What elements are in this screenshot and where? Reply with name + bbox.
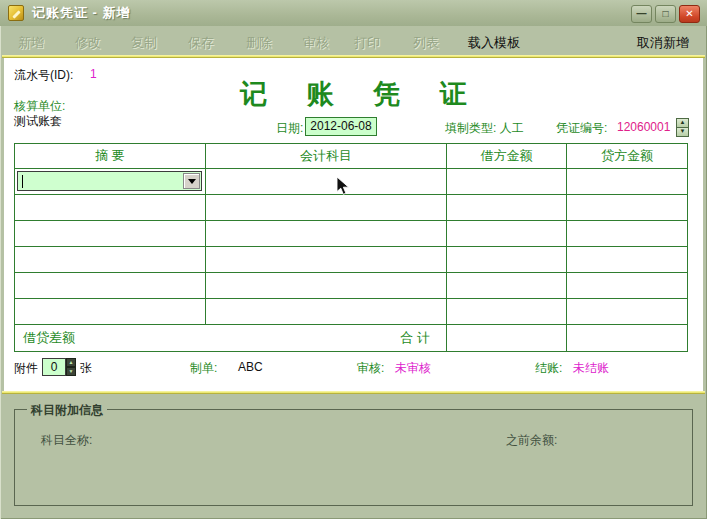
summary-cell[interactable]	[15, 169, 206, 195]
accounting-unit-value: 测试账套	[14, 113, 62, 130]
toolbar-button-edit: 修改	[75, 34, 101, 52]
credit-cell[interactable]	[567, 169, 687, 195]
column-header-account: 会计科目	[206, 144, 447, 169]
stepper-down-icon[interactable]: ▼	[66, 367, 76, 376]
debit-cell[interactable]	[447, 221, 567, 247]
window-title: 记账凭证 - 新增	[32, 4, 131, 22]
close-button[interactable]: ✕	[679, 5, 700, 23]
close-icon: ✕	[685, 8, 693, 19]
debit-total-cell	[447, 325, 567, 351]
form-title: 记 账 凭 证	[4, 76, 703, 112]
toolbar-button-load-template[interactable]: 载入模板	[468, 34, 520, 52]
difference-label: 借贷差额	[23, 329, 75, 347]
credit-cell[interactable]	[567, 299, 687, 325]
credit-cell[interactable]	[567, 273, 687, 299]
subject-full-name-label: 科目全称:	[41, 432, 92, 449]
toolbar-button-copy: 复制	[131, 34, 157, 52]
audit-label: 审核:	[357, 360, 384, 377]
maximize-icon: □	[662, 8, 668, 19]
attachment-count-field[interactable]: 0	[42, 358, 66, 376]
debit-cell[interactable]	[447, 273, 567, 299]
audit-value: 未审核	[395, 360, 431, 377]
fill-type: 填制类型: 人工	[445, 120, 524, 137]
credit-total-cell	[567, 325, 687, 351]
settle-label: 结账:	[535, 360, 562, 377]
attachment-stepper[interactable]: ▲ ▼	[66, 358, 76, 376]
stepper-up-icon[interactable]: ▲	[66, 358, 76, 367]
toolbar-button-print: 打印	[354, 34, 380, 52]
debit-cell[interactable]	[447, 247, 567, 273]
total-label: 合 计	[400, 329, 430, 347]
voucher-window: 记账凭证 - 新增 — □ ✕ 新增 修改 复制 保存 删除 审核 打印 列表 …	[0, 0, 707, 519]
voucher-no-label: 凭证编号:	[556, 120, 607, 137]
credit-cell[interactable]	[567, 247, 687, 273]
account-cell[interactable]	[206, 299, 447, 325]
credit-cell[interactable]	[567, 195, 687, 221]
toolbar-button-save: 保存	[188, 34, 214, 52]
title-bar[interactable]: 记账凭证 - 新增 — □ ✕	[0, 0, 707, 26]
toolbar: 新增 修改 复制 保存 删除 审核 打印 列表 载入模板 取消新增	[0, 26, 707, 56]
combobox-dropdown-button[interactable]	[183, 173, 200, 189]
summary-cell[interactable]	[15, 299, 206, 325]
summary-cell[interactable]	[15, 195, 206, 221]
minimize-button[interactable]: —	[631, 5, 652, 23]
app-icon	[8, 5, 24, 21]
group-title: 科目附加信息	[27, 402, 107, 419]
bottom-separator	[2, 391, 705, 394]
toolbar-button-list: 列表	[413, 34, 439, 52]
summary-combobox[interactable]	[17, 171, 202, 191]
attachment-unit: 张	[80, 360, 92, 377]
stepper-down-icon[interactable]: ▼	[676, 128, 689, 137]
maximize-button[interactable]: □	[655, 5, 676, 23]
maker-label: 制单:	[190, 360, 217, 377]
column-header-summary: 摘 要	[15, 144, 206, 169]
account-cell[interactable]	[206, 195, 447, 221]
table-footer: 借贷差额 合 计	[15, 325, 447, 351]
voucher-no-value: 12060001	[617, 120, 670, 134]
mouse-cursor	[336, 176, 350, 197]
attachment-label: 附件	[14, 360, 38, 377]
voucher-form: 流水号(ID): 1 核算单位: 测试账套 记 账 凭 证 日期: 2012-0…	[4, 58, 703, 391]
account-cell[interactable]	[206, 169, 447, 195]
summary-cell[interactable]	[15, 247, 206, 273]
date-field[interactable]: 2012-06-08	[305, 117, 377, 136]
toolbar-button-new: 新增	[18, 34, 44, 52]
account-cell[interactable]	[206, 273, 447, 299]
toolbar-button-audit: 审核	[303, 34, 329, 52]
credit-cell[interactable]	[567, 221, 687, 247]
voucher-no-stepper[interactable]: ▲ ▼	[676, 118, 689, 137]
summary-cell[interactable]	[15, 273, 206, 299]
settle-value: 未结账	[573, 360, 609, 377]
maker-value: ABC	[238, 360, 263, 374]
toolbar-button-cancel-new[interactable]: 取消新增	[637, 34, 689, 52]
stepper-up-icon[interactable]: ▲	[676, 118, 689, 128]
debit-cell[interactable]	[447, 195, 567, 221]
summary-cell[interactable]	[15, 221, 206, 247]
account-cell[interactable]	[206, 221, 447, 247]
column-header-credit: 贷方金额	[567, 144, 687, 169]
voucher-table: 摘 要 会计科目 借方金额 贷方金额	[14, 143, 688, 352]
toolbar-button-delete: 删除	[246, 34, 272, 52]
debit-cell[interactable]	[447, 299, 567, 325]
date-label: 日期:	[276, 120, 303, 137]
text-caret	[22, 175, 23, 188]
column-header-debit: 借方金额	[447, 144, 567, 169]
account-cell[interactable]	[206, 247, 447, 273]
subject-extra-info-group: 科目附加信息 科目全称: 之前余额:	[14, 409, 693, 506]
previous-balance-label: 之前余额:	[506, 432, 557, 449]
minimize-icon: —	[637, 8, 647, 19]
debit-cell[interactable]	[447, 169, 567, 195]
